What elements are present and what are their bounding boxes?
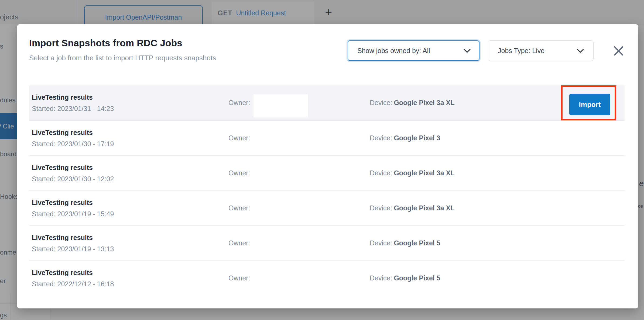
job-device: Device:Google Pixel 3a XL xyxy=(370,99,454,107)
device-value: Google Pixel 5 xyxy=(394,274,440,282)
jobs-type-filter-label: Jobs Type: Live xyxy=(498,47,544,55)
device-value: Google Pixel 5 xyxy=(394,239,440,247)
job-title: LiveTesting results xyxy=(32,199,93,207)
job-started-timestamp: Started: 2023/01/19 - 15:49 xyxy=(32,210,114,218)
job-row[interactable]: LiveTesting results Started: 2022/12/12 … xyxy=(29,260,625,295)
job-owner-label: Owner: xyxy=(228,99,250,107)
job-row[interactable]: LiveTesting results Started: 2023/01/19 … xyxy=(29,190,625,225)
modal-title: Import Snapshots from RDC Jobs xyxy=(29,38,182,48)
job-title: LiveTesting results xyxy=(32,164,93,172)
job-row[interactable]: LiveTesting results Started: 2023/01/31 … xyxy=(29,85,625,120)
device-value: Google Pixel 3a XL xyxy=(394,99,454,106)
jobs-type-filter-dropdown[interactable]: Jobs Type: Live xyxy=(488,40,594,61)
job-device: Device:Google Pixel 3a XL xyxy=(370,169,454,177)
device-label: Device: xyxy=(370,134,392,142)
import-button[interactable]: Import xyxy=(569,94,610,115)
job-started-timestamp: Started: 2023/01/31 - 14:23 xyxy=(32,105,114,113)
job-row[interactable]: LiveTesting results Started: 2023/01/19 … xyxy=(29,225,625,260)
device-label: Device: xyxy=(370,274,392,282)
job-title: LiveTesting results xyxy=(32,234,93,242)
job-title: LiveTesting results xyxy=(32,129,93,137)
jobs-list: LiveTesting results Started: 2023/01/31 … xyxy=(29,85,625,295)
job-started-timestamp: Started: 2023/01/30 - 12:02 xyxy=(32,175,114,183)
owner-filter-label: Show jobs owned by: All xyxy=(357,47,430,55)
device-label: Device: xyxy=(370,99,392,106)
job-row[interactable]: LiveTesting results Started: 2023/01/30 … xyxy=(29,120,625,155)
device-value: Google Pixel 3a XL xyxy=(394,169,454,177)
job-owner-label: Owner: xyxy=(228,204,250,212)
device-value: Google Pixel 3a XL xyxy=(394,204,454,212)
device-label: Device: xyxy=(370,204,392,212)
job-device: Device:Google Pixel 3 xyxy=(370,134,440,142)
chevron-down-icon xyxy=(577,48,584,53)
job-started-timestamp: Started: 2023/01/19 - 13:13 xyxy=(32,245,114,253)
device-label: Device: xyxy=(370,239,392,247)
job-started-timestamp: Started: 2022/12/12 - 16:18 xyxy=(32,280,114,288)
modal-subtitle: Select a job from the list to import HTT… xyxy=(29,54,216,62)
job-owner-label: Owner: xyxy=(228,169,250,177)
job-row[interactable]: LiveTesting results Started: 2023/01/30 … xyxy=(29,155,625,190)
job-owner-label: Owner: xyxy=(228,274,250,282)
job-owner-label: Owner: xyxy=(228,239,250,247)
job-title: LiveTesting results xyxy=(32,269,93,277)
job-device: Device:Google Pixel 5 xyxy=(370,274,440,282)
job-started-timestamp: Started: 2023/01/30 - 17:19 xyxy=(32,140,114,148)
device-value: Google Pixel 3 xyxy=(394,134,440,142)
close-icon xyxy=(613,46,624,56)
chevron-down-icon xyxy=(463,48,471,53)
owner-redaction-box xyxy=(254,94,308,117)
job-device: Device:Google Pixel 5 xyxy=(370,239,440,247)
job-owner-label: Owner: xyxy=(228,134,250,142)
device-label: Device: xyxy=(370,169,392,177)
close-button[interactable] xyxy=(612,44,625,57)
import-snapshots-modal: Import Snapshots from RDC Jobs Select a … xyxy=(17,24,638,308)
job-device: Device:Google Pixel 3a XL xyxy=(370,204,454,212)
owner-filter-dropdown[interactable]: Show jobs owned by: All xyxy=(348,40,479,61)
job-title: LiveTesting results xyxy=(32,93,93,101)
